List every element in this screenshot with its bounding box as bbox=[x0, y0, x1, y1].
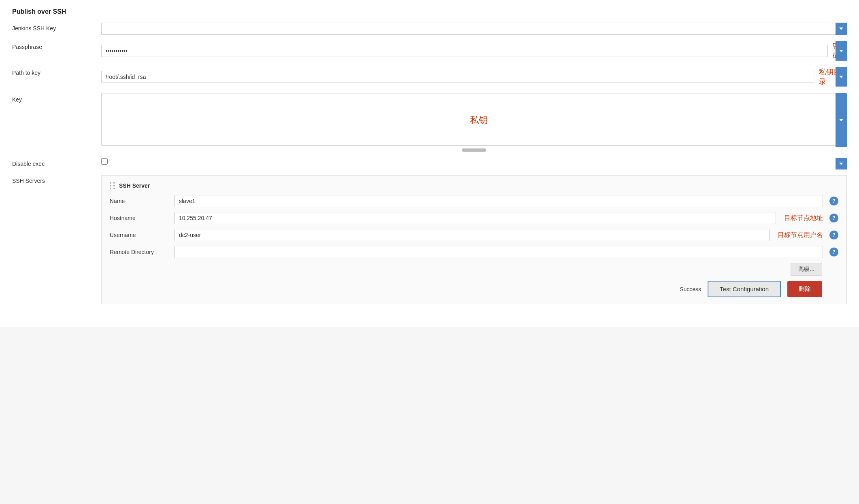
drag-dot bbox=[113, 185, 115, 186]
status-text: Success bbox=[680, 286, 701, 292]
ssh-server-remote-dir-field: ? bbox=[174, 246, 838, 258]
drag-dot bbox=[110, 182, 111, 184]
drag-dot bbox=[110, 188, 111, 189]
drag-dot bbox=[113, 188, 115, 189]
disable-exec-row: Disable exec bbox=[12, 158, 847, 167]
ssh-servers-label: SSH Servers bbox=[12, 174, 101, 184]
passphrase-field: 密码 bbox=[101, 41, 847, 61]
test-configuration-button[interactable]: Test Configuration bbox=[708, 281, 781, 297]
jenkins-ssh-key-label: Jenkins SSH Key bbox=[12, 23, 101, 32]
ssh-server-hostname-field: 目标节点地址 ? bbox=[174, 212, 838, 224]
chevron-down-icon bbox=[839, 119, 843, 121]
jenkins-ssh-key-field bbox=[101, 23, 847, 35]
status-test-row: Success Test Configuration 删除 bbox=[110, 281, 838, 297]
jenkins-ssh-key-expand-button[interactable] bbox=[836, 23, 847, 35]
ssh-server-label: SSH Server bbox=[119, 182, 150, 189]
path-to-key-field: 私钥目录 bbox=[101, 67, 847, 87]
drag-dot bbox=[110, 185, 111, 186]
advanced-button[interactable]: 高级... bbox=[791, 263, 822, 276]
ssh-server-hostname-label: Hostname bbox=[110, 215, 174, 221]
ssh-server-remote-dir-input[interactable] bbox=[174, 246, 823, 258]
ssh-server-username-field: 目标节点用户名 ? bbox=[174, 229, 838, 241]
section-title: Publish over SSH bbox=[12, 8, 847, 15]
publish-over-ssh-section: Publish over SSH Jenkins SSH Key Passphr… bbox=[0, 0, 859, 327]
drag-dot bbox=[113, 182, 115, 184]
username-annotation: 目标节点用户名 bbox=[778, 231, 823, 239]
ssh-servers-row: SSH Servers SSH Server bbox=[12, 174, 847, 304]
passphrase-row: Passphrase 密码 bbox=[12, 41, 847, 61]
ssh-servers-field: SSH Server Name ? Hostname 目标节点地址 bbox=[101, 174, 847, 304]
ssh-server-username-label: Username bbox=[110, 232, 174, 238]
disable-exec-checkbox[interactable] bbox=[101, 158, 108, 165]
scrollbar-thumb[interactable] bbox=[462, 148, 486, 152]
ssh-server-username-input[interactable] bbox=[174, 229, 770, 241]
ssh-server-section: SSH Server Name ? Hostname 目标节点地址 bbox=[101, 175, 847, 304]
disable-exec-label: Disable exec bbox=[12, 158, 101, 167]
disable-exec-help-button[interactable] bbox=[836, 158, 847, 169]
jenkins-ssh-key-input[interactable] bbox=[101, 23, 847, 35]
ssh-server-username-row: Username 目标节点用户名 ? bbox=[110, 229, 838, 241]
passphrase-input[interactable] bbox=[101, 45, 828, 57]
passphrase-label: Passphrase bbox=[12, 41, 101, 50]
delete-button[interactable]: 删除 bbox=[787, 281, 822, 297]
ssh-server-hostname-input[interactable] bbox=[174, 212, 776, 224]
path-to-key-label: Path to key bbox=[12, 67, 101, 76]
path-to-key-expand-button[interactable] bbox=[836, 67, 847, 87]
jenkins-ssh-key-row: Jenkins SSH Key bbox=[12, 23, 847, 35]
hostname-help-button[interactable]: ? bbox=[829, 214, 838, 222]
chevron-down-icon bbox=[839, 163, 843, 165]
disable-exec-field bbox=[101, 158, 847, 165]
hostname-annotation: 目标节点地址 bbox=[784, 214, 823, 222]
path-to-key-row: Path to key 私钥目录 bbox=[12, 67, 847, 87]
ssh-server-name-field: ? bbox=[174, 195, 838, 207]
name-help-button[interactable]: ? bbox=[829, 197, 838, 205]
key-textarea[interactable] bbox=[101, 93, 847, 146]
chevron-down-icon bbox=[839, 76, 843, 78]
ssh-server-remote-dir-label: Remote Directory bbox=[110, 249, 174, 255]
ssh-server-name-input[interactable] bbox=[174, 195, 823, 207]
ssh-server-remote-dir-row: Remote Directory ? bbox=[110, 246, 838, 258]
chevron-down-icon bbox=[839, 28, 843, 30]
key-expand-button[interactable] bbox=[836, 93, 847, 147]
key-field: 私钥 bbox=[101, 93, 847, 152]
ssh-server-hostname-row: Hostname 目标节点地址 ? bbox=[110, 212, 838, 224]
chevron-down-icon bbox=[839, 50, 843, 52]
ssh-server-name-row: Name ? bbox=[110, 195, 838, 207]
key-label: Key bbox=[12, 93, 101, 103]
passphrase-expand-button[interactable] bbox=[836, 41, 847, 61]
advanced-button-row: 高级... bbox=[110, 263, 838, 276]
ssh-server-header: SSH Server bbox=[110, 182, 838, 189]
username-help-button[interactable]: ? bbox=[829, 231, 838, 239]
ssh-server-name-label: Name bbox=[110, 198, 174, 204]
remote-dir-help-button[interactable]: ? bbox=[829, 248, 838, 256]
scrollbar-area bbox=[101, 148, 847, 152]
drag-handle[interactable] bbox=[110, 182, 116, 189]
path-to-key-input[interactable] bbox=[101, 71, 814, 83]
key-row: Key 私钥 bbox=[12, 93, 847, 152]
